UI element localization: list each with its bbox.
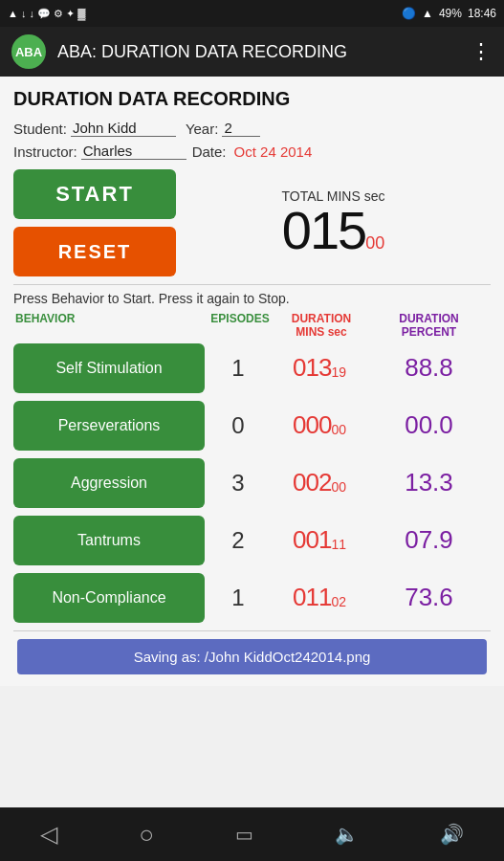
pct-val-3: 07.9 [367,525,491,555]
behavior-button-aggression[interactable]: Aggression [13,458,205,508]
table-row: Perseverations 0 000 00 00.0 [13,401,491,451]
battery-level: 49% [439,7,462,20]
instructor-label: Instructor: [13,144,77,160]
time-display: 18:46 [468,7,496,20]
student-row: Student: Year: [13,120,491,137]
volume-down-icon[interactable]: 🔈 [335,823,359,846]
duration-val-1: 000 00 [272,410,367,440]
behavior-button-perseverations[interactable]: Perseverations [13,401,205,451]
episodes-val-0: 1 [205,355,272,382]
volume-up-icon[interactable]: 🔊 [440,823,464,846]
timer-main-value: 015 [282,204,365,257]
start-button[interactable]: START [13,169,176,219]
overflow-menu-button[interactable]: ⋮ [471,39,493,64]
status-right-info: 🔵 ▲ 49% 18:46 [402,7,496,20]
home-button[interactable]: ○ [139,820,154,850]
wifi-icon: ▲ [422,7,433,20]
bottom-nav: ◁ ○ ▭ 🔈 🔊 [0,807,504,861]
table-row: Tantrums 2 001 11 07.9 [13,516,491,565]
table-row: Aggression 3 002 00 13.3 [13,458,491,508]
table-header: BEHAVIOR EPISODES DURATION MINS sec DURA… [13,312,491,340]
app-bar: ABA ABA: DURATION DATA RECORDING ⋮ [0,27,504,77]
instruction-text: Press Behavior to Start. Press it again … [13,291,491,306]
date-value: Oct 24 2014 [234,144,313,160]
th-behavior: BEHAVIOR [15,312,207,325]
main-content: DURATION DATA RECORDING Student: Year: I… [0,77,504,686]
pct-val-2: 13.3 [367,468,491,497]
student-input[interactable] [71,120,176,137]
episodes-val-2: 3 [205,470,272,497]
instructor-input[interactable] [81,143,186,160]
timer-sub-value: 00 [365,234,384,252]
status-bar: ▲ ↓ ↓ 💬 ⚙ ✦ ▓ 🔵 ▲ 49% 18:46 [0,0,504,27]
page-title: DURATION DATA RECORDING [13,88,491,110]
th-duration-pct: DURATION PERCENT [369,312,489,340]
save-banner: Saving as: /John KiddOct242014.png [17,639,487,674]
table-row: Self Stimulation 1 013 19 88.8 [13,343,491,393]
duration-val-3: 001 11 [272,525,367,555]
app-logo: ABA [11,34,46,69]
student-label: Student: [13,121,67,137]
behavior-button-self-stimulation[interactable]: Self Stimulation [13,343,205,393]
duration-val-4: 011 02 [272,583,367,612]
instructor-row: Instructor: Date: Oct 24 2014 [13,143,491,160]
divider-2 [13,630,491,631]
pct-val-1: 00.0 [367,410,491,440]
status-left-icons: ▲ ↓ ↓ 💬 ⚙ ✦ ▓ [8,8,85,20]
duration-val-2: 002 00 [272,468,367,497]
logo-text: ABA [15,45,42,59]
recents-button[interactable]: ▭ [235,823,253,846]
divider-1 [13,284,491,285]
behavior-button-tantrums[interactable]: Tantrums [13,516,205,565]
year-label: Year: [186,121,218,137]
control-buttons: START RESET [13,169,176,276]
app-title: ABA: DURATION DATA RECORDING [57,42,459,62]
timer-display: 015 00 [176,204,491,257]
bluetooth-icon: 🔵 [402,7,416,20]
episodes-val-1: 0 [205,412,272,439]
episodes-val-3: 2 [205,527,272,554]
back-button[interactable]: ◁ [40,821,57,848]
year-input[interactable] [222,120,260,137]
table-row: Non-Compliance 1 011 02 73.6 [13,573,491,623]
th-episodes: EPISODES [207,312,274,325]
behavior-list: Self Stimulation 1 013 19 88.8 Persevera… [13,343,491,623]
pct-val-0: 88.8 [367,353,491,383]
reset-button[interactable]: RESET [13,227,176,276]
th-duration: DURATION MINS sec [274,312,369,340]
date-label: Date: [192,144,227,160]
behavior-button-non-compliance[interactable]: Non-Compliance [13,573,205,623]
episodes-val-4: 1 [205,585,272,611]
timer-section: TOTAL MINS sec 015 00 [176,188,491,257]
duration-val-0: 013 19 [272,353,367,383]
notification-icons: ▲ ↓ ↓ 💬 ⚙ ✦ ▓ [8,8,85,20]
pct-val-4: 73.6 [367,583,491,612]
